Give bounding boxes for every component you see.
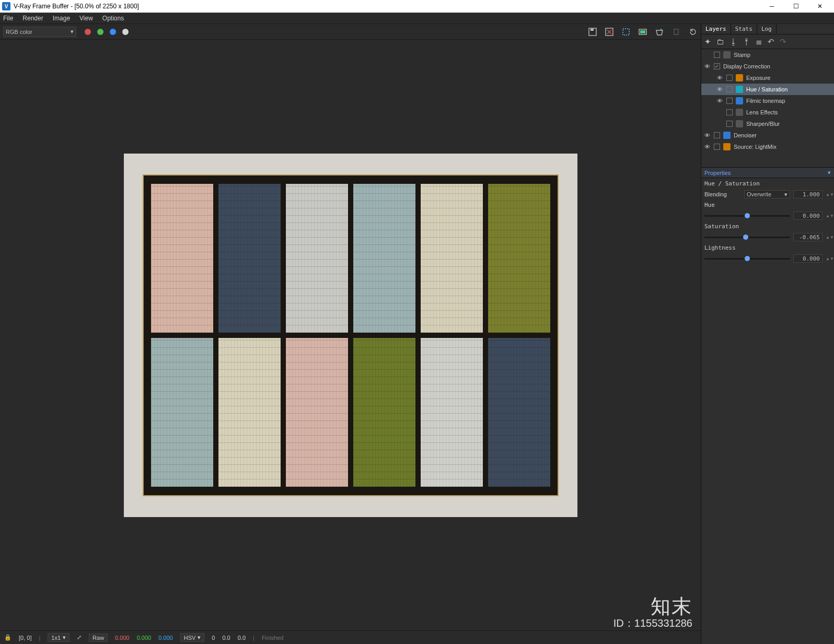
menu-image[interactable]: Image xyxy=(53,15,70,22)
layer-checkbox[interactable] xyxy=(726,109,733,115)
properties-subtitle: Hue / Saturation xyxy=(704,180,831,187)
layer-checkbox[interactable] xyxy=(726,121,733,127)
blue-channel-button[interactable] xyxy=(110,29,116,35)
layer-label: Display Correction xyxy=(723,63,770,69)
layer-checkbox[interactable]: ✓ xyxy=(714,63,720,69)
menu-view[interactable]: View xyxy=(79,15,93,22)
load-icon[interactable]: ⭳ xyxy=(729,37,737,46)
collapse-icon[interactable]: ▾ xyxy=(828,169,831,176)
watermark-id: ID：1155331286 xyxy=(613,616,692,630)
red-channel-button[interactable] xyxy=(85,29,91,35)
layer-checkbox[interactable] xyxy=(714,52,720,58)
layer-row[interactable]: 👁Denoiser xyxy=(701,130,834,141)
menu-options[interactable]: Options xyxy=(102,15,124,22)
layer-label: Exposure xyxy=(746,75,770,81)
chevron-down-icon: ▾ xyxy=(71,28,74,35)
layers-toolbar: ✦ 🗀 ⭳ ⭱ ≣ ↶ ↷ xyxy=(701,34,834,49)
material-swatch xyxy=(218,184,281,333)
saturation-input[interactable] xyxy=(793,233,823,241)
layer-row[interactable]: Lens Effects xyxy=(701,107,834,118)
layer-row[interactable]: 👁Hue / Saturation xyxy=(701,84,834,95)
layer-row[interactable]: 👁Filmic tonemap xyxy=(701,95,834,107)
layer-type-icon xyxy=(723,143,731,150)
tab-log[interactable]: Log xyxy=(757,24,777,34)
tab-layers[interactable]: Layers xyxy=(701,24,731,34)
lightness-slider[interactable] xyxy=(704,258,790,260)
render-viewport[interactable]: 知末 ID：1155331286 xyxy=(0,40,701,630)
spinner-icon[interactable]: ▲▼ xyxy=(826,236,831,239)
lock-icon[interactable]: 🔒 xyxy=(4,634,11,641)
properties-header[interactable]: Properties ▾ xyxy=(701,167,834,178)
region-icon[interactable] xyxy=(621,27,631,37)
layer-row[interactable]: Stamp xyxy=(701,49,834,61)
spinner-icon[interactable]: ▲▼ xyxy=(826,257,831,261)
visibility-icon[interactable]: 👁 xyxy=(703,132,711,138)
layer-checkbox[interactable] xyxy=(714,132,720,138)
render-image xyxy=(124,154,577,517)
close-button[interactable]: ✕ xyxy=(808,0,832,13)
lightness-input[interactable] xyxy=(793,254,823,263)
material-swatch xyxy=(353,184,415,333)
app-window: V V-Ray Frame Buffer - [50.0% of 2250 x … xyxy=(0,0,834,644)
layer-type-icon xyxy=(736,120,743,127)
layer-label: Stamp xyxy=(734,52,750,58)
visibility-icon[interactable]: 👁 xyxy=(716,98,723,104)
spinner-icon[interactable]: ▲▼ xyxy=(826,193,831,196)
material-swatch xyxy=(151,338,213,487)
undo-icon[interactable]: ↶ xyxy=(768,37,774,46)
green-channel-button[interactable] xyxy=(97,29,103,35)
save-icon[interactable] xyxy=(588,27,597,37)
compare-icon[interactable] xyxy=(638,27,647,37)
chevron-down-icon: ▾ xyxy=(198,634,201,641)
tab-stats[interactable]: Stats xyxy=(731,24,757,34)
hue-slider[interactable] xyxy=(704,215,790,217)
raw-g: 0.000 xyxy=(137,635,152,641)
bucket-icon[interactable] xyxy=(655,27,664,37)
history-prev-icon[interactable] xyxy=(671,27,681,37)
history-next-icon[interactable] xyxy=(688,27,698,37)
minimize-button[interactable]: ─ xyxy=(760,0,784,13)
properties-body: Hue / Saturation Blending Overwrite▾ ▲▼ … xyxy=(701,178,834,644)
delete-image-icon[interactable] xyxy=(605,27,614,37)
visibility-icon[interactable]: 👁 xyxy=(703,63,711,69)
layer-checkbox[interactable] xyxy=(726,98,733,104)
status-coords: [0, 0] xyxy=(19,635,31,641)
layer-checkbox[interactable] xyxy=(726,86,733,92)
lightness-label: Lightness xyxy=(704,244,831,251)
material-swatch xyxy=(353,338,415,487)
layer-row[interactable]: 👁✓Display Correction xyxy=(701,61,834,72)
spinner-icon[interactable]: ▲▼ xyxy=(826,214,831,218)
visibility-icon[interactable]: 👁 xyxy=(716,86,723,92)
layer-row[interactable]: 👁Exposure xyxy=(701,72,834,84)
alpha-channel-button[interactable] xyxy=(122,29,129,35)
redo-icon[interactable]: ↷ xyxy=(780,37,786,46)
hue-input[interactable] xyxy=(793,212,823,220)
add-layer-icon[interactable]: ✦ xyxy=(704,37,711,46)
layer-row[interactable]: Sharpen/Blur xyxy=(701,118,834,130)
saturation-slider[interactable] xyxy=(704,237,790,238)
layer-checkbox[interactable] xyxy=(714,144,720,150)
folder-icon[interactable]: 🗀 xyxy=(716,37,724,46)
channel-select-label: RGB color xyxy=(6,29,32,35)
layer-row[interactable]: 👁Source: LightMix xyxy=(701,141,834,153)
curve-icon[interactable]: ⤢ xyxy=(77,634,82,641)
zoom-select[interactable]: 1x1▾ xyxy=(48,633,70,642)
channel-select[interactable]: RGB color ▾ xyxy=(3,27,76,37)
layer-checkbox[interactable] xyxy=(726,75,733,81)
blending-amount-input[interactable] xyxy=(793,190,823,198)
visibility-icon[interactable]: 👁 xyxy=(703,144,711,150)
save-preset-icon[interactable]: ⭱ xyxy=(743,37,750,46)
menu-render[interactable]: Render xyxy=(22,15,43,22)
menu-file[interactable]: File xyxy=(3,15,13,22)
material-swatch xyxy=(488,184,550,333)
title-bar: V V-Ray Frame Buffer - [50.0% of 2250 x … xyxy=(0,0,834,13)
mode-select[interactable]: HSV▾ xyxy=(180,633,205,642)
layer-label: Lens Effects xyxy=(746,109,778,115)
properties-title: Properties xyxy=(704,170,731,176)
raw-toggle[interactable]: Raw xyxy=(89,634,108,642)
visibility-icon[interactable]: 👁 xyxy=(716,75,723,81)
render-state: Finished xyxy=(262,635,284,641)
list-icon[interactable]: ≣ xyxy=(756,37,762,46)
maximize-button[interactable]: ☐ xyxy=(784,0,808,13)
blending-select[interactable]: Overwrite▾ xyxy=(744,190,790,198)
